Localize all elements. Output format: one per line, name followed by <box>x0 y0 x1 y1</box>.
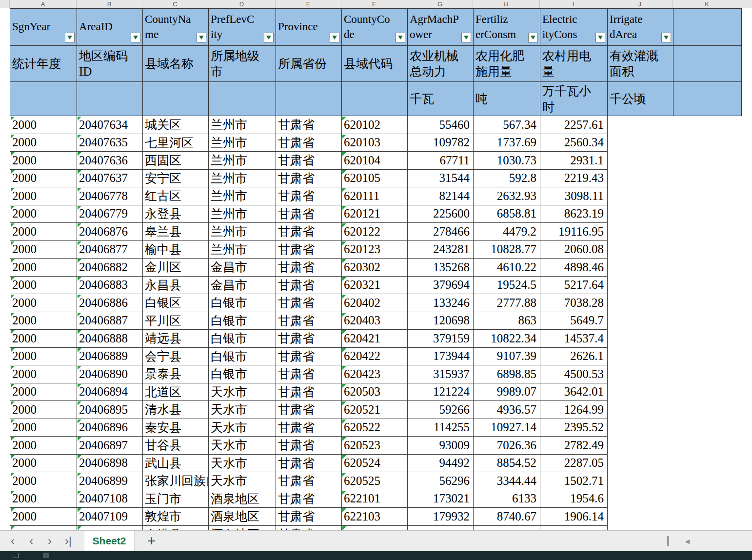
header-cell[interactable]: 农业机械 总动力 <box>408 46 474 82</box>
cell[interactable]: 2000 <box>10 241 77 259</box>
cell[interactable]: 甘肃省 <box>276 348 342 366</box>
cell[interactable]: 2257.61 <box>540 116 608 134</box>
cell[interactable] <box>673 134 742 152</box>
header-cell[interactable]: 农村用电 量 <box>540 46 608 82</box>
cell[interactable]: 1264.99 <box>540 401 608 419</box>
cell[interactable]: 6898.85 <box>474 365 540 383</box>
cell[interactable]: 2287.05 <box>540 455 608 473</box>
cell[interactable]: 620423 <box>342 365 408 383</box>
cell[interactable] <box>673 348 742 366</box>
cell[interactable]: 甘肃省 <box>276 401 342 419</box>
cell[interactable]: 3642.01 <box>540 383 608 401</box>
header-cell[interactable]: 所属省份 <box>276 46 342 82</box>
header-cell[interactable] <box>143 82 209 116</box>
cell[interactable]: 620402 <box>342 294 408 312</box>
cell[interactable]: 甘肃省 <box>276 472 342 490</box>
cell[interactable]: 甘肃省 <box>276 170 342 188</box>
cell[interactable]: 278466 <box>408 223 474 241</box>
cell[interactable]: 1737.69 <box>474 134 540 152</box>
cell[interactable]: 2000 <box>10 312 77 330</box>
column-letter-K[interactable]: K <box>673 0 741 8</box>
cell[interactable]: 甘肃省 <box>276 116 342 134</box>
cell[interactable]: 20407109 <box>77 508 143 526</box>
cell[interactable]: 620123 <box>342 241 408 259</box>
sheet-nav-previous-sheet-button[interactable]: ‹ <box>26 535 36 547</box>
cell[interactable]: 10828.77 <box>474 241 540 259</box>
cell[interactable]: 兰州市 <box>209 170 276 188</box>
cell[interactable]: 甘肃省 <box>276 277 342 295</box>
cell[interactable]: 2000 <box>10 472 77 490</box>
cell[interactable]: 敦煌市 <box>143 508 209 526</box>
cell[interactable]: 甘肃省 <box>276 383 342 401</box>
header-cell[interactable]: CountyCo de <box>342 9 408 46</box>
cell[interactable]: 10822.34 <box>474 330 540 348</box>
cell[interactable]: 甘肃省 <box>276 365 342 383</box>
cell[interactable] <box>608 205 673 223</box>
cell[interactable]: 6133 <box>474 490 540 508</box>
cell[interactable] <box>608 365 673 383</box>
cell[interactable]: 景泰县 <box>143 365 209 383</box>
cell[interactable] <box>608 223 673 241</box>
cell[interactable]: 620522 <box>342 419 408 437</box>
cell[interactable]: 19116.95 <box>540 223 608 241</box>
cell[interactable]: 7038.28 <box>540 294 608 312</box>
cell[interactable]: 清水县 <box>143 401 209 419</box>
cell[interactable]: 20406779 <box>77 205 143 223</box>
header-cell-empty[interactable] <box>673 82 742 116</box>
cell[interactable]: 西固区 <box>143 152 209 170</box>
cell[interactable] <box>673 277 742 295</box>
cell[interactable]: 2000 <box>10 401 77 419</box>
cell[interactable]: 379159 <box>408 330 474 348</box>
filter-dropdown-button[interactable] <box>396 33 405 42</box>
cell[interactable]: 620524 <box>342 455 408 473</box>
cell[interactable] <box>673 508 742 526</box>
cell[interactable]: 2782.49 <box>540 437 608 455</box>
cell[interactable]: 甘肃省 <box>276 294 342 312</box>
cell[interactable]: 2000 <box>10 259 77 277</box>
cell[interactable]: 2000 <box>10 455 77 473</box>
header-cell[interactable] <box>276 82 342 116</box>
cell[interactable]: 甘肃省 <box>276 508 342 526</box>
column-letter-G[interactable]: G <box>407 0 473 8</box>
cell[interactable]: 甘肃省 <box>276 223 342 241</box>
header-cell[interactable]: CountyNa me <box>143 9 209 46</box>
header-cell[interactable]: SgnYear <box>10 9 77 46</box>
cell[interactable]: 2777.88 <box>474 294 540 312</box>
cell[interactable]: 620104 <box>342 152 408 170</box>
cell[interactable]: 620321 <box>342 277 408 295</box>
cell[interactable]: 金昌市 <box>209 277 276 295</box>
cell[interactable]: 4479.2 <box>474 223 540 241</box>
cell[interactable]: 平川区 <box>143 312 209 330</box>
cell[interactable]: 379694 <box>408 277 474 295</box>
cell[interactable] <box>608 455 673 473</box>
column-letter-J[interactable]: J <box>607 0 673 8</box>
cell[interactable]: 1030.73 <box>474 152 540 170</box>
filter-dropdown-button[interactable] <box>461 33 471 42</box>
header-cell[interactable]: 统计年度 <box>10 46 77 82</box>
cell[interactable]: 天水市 <box>209 437 276 455</box>
header-cell-empty[interactable] <box>673 46 742 82</box>
header-cell[interactable]: Province <box>276 9 342 46</box>
header-cell[interactable]: 地区编码 ID <box>77 46 143 82</box>
cell[interactable]: 20406876 <box>77 223 143 241</box>
cell[interactable]: 安宁区 <box>143 170 209 188</box>
cell[interactable] <box>608 437 673 455</box>
cell[interactable]: 酒泉地区 <box>209 490 276 508</box>
cell[interactable] <box>673 312 742 330</box>
cell[interactable]: 天水市 <box>209 383 276 401</box>
header-cell[interactable] <box>77 82 143 116</box>
cell[interactable] <box>673 152 742 170</box>
cell[interactable]: 甘肃省 <box>276 241 342 259</box>
cell[interactable]: 59266 <box>408 401 474 419</box>
cell[interactable]: 620523 <box>342 437 408 455</box>
cell[interactable] <box>673 437 742 455</box>
cell[interactable]: 620302 <box>342 259 408 277</box>
cell[interactable]: 20406886 <box>77 294 143 312</box>
cell[interactable]: 55460 <box>408 116 474 134</box>
cell[interactable]: 20406778 <box>77 187 143 205</box>
cell[interactable]: 620403 <box>342 312 408 330</box>
cell[interactable]: 173944 <box>408 348 474 366</box>
header-cell[interactable]: AgrMachP ower <box>408 9 474 46</box>
cell[interactable]: 天水市 <box>209 455 276 473</box>
cell[interactable]: 2000 <box>10 490 77 508</box>
